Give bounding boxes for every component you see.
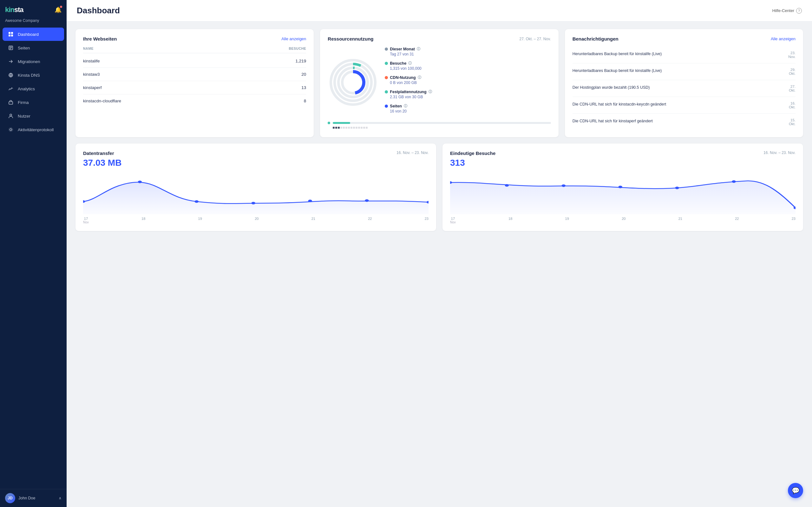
- sidebar-item-label: Kinsta DNS: [18, 73, 40, 78]
- migrationen-icon: [8, 58, 14, 65]
- resource-item-cdn: CDN-Nutzung ⓘ 0 B von 200 GB: [385, 75, 551, 85]
- datentransfer-title: Datentransfer: [83, 151, 114, 156]
- resource-label: Seiten ⓘ: [385, 104, 551, 108]
- svg-rect-0: [9, 32, 10, 34]
- notif-date: 29. Okt.: [783, 68, 796, 75]
- sidebar-item-analytics[interactable]: Analytics: [3, 82, 64, 95]
- svg-point-23: [195, 200, 199, 203]
- site-visits: 1,219: [296, 59, 306, 63]
- resource-label: CDN-Nutzung ⓘ: [385, 75, 551, 80]
- sidebar-item-label: Migrationen: [18, 59, 40, 64]
- besuche-chart-area: [450, 173, 796, 214]
- xaxis-label: 17 Nov: [450, 217, 456, 224]
- table-row: kinstaperf 13: [83, 81, 306, 95]
- tick: [356, 127, 357, 129]
- sidebar-item-migrationen[interactable]: Migrationen: [3, 55, 64, 68]
- tick: [361, 127, 362, 129]
- besuche-xaxis: 17 Nov 18 19 20 21: [450, 214, 796, 224]
- svg-point-22: [138, 181, 142, 183]
- svg-point-11: [10, 114, 12, 116]
- svg-point-32: [675, 187, 679, 189]
- resource-label: Dieser Monat ⓘ: [385, 47, 551, 51]
- resource-value: 2.31 GB von 30 GB: [390, 95, 551, 99]
- tick: [343, 127, 345, 129]
- sidebar-item-aktivitaeten[interactable]: Aktivitätenprotokoll: [3, 123, 64, 136]
- notifications-list: Herunterladbares Backup bereit für kinst…: [572, 47, 796, 130]
- sidebar-item-dashboard[interactable]: Dashboard: [3, 27, 64, 41]
- col-name-label: NAME: [83, 47, 94, 50]
- svg-point-15: [335, 64, 371, 101]
- websites-alle-anzeigen[interactable]: Alle anzeigen: [281, 37, 306, 41]
- firma-icon: [8, 99, 14, 106]
- sidebar-item-label: Seiten: [18, 46, 30, 50]
- svg-rect-3: [11, 35, 13, 37]
- svg-rect-1: [11, 32, 13, 34]
- xaxis-label: 17 Nov: [83, 217, 89, 224]
- help-center-button[interactable]: Hilfe-Center ?: [772, 8, 802, 14]
- resource-value: 16 von 20: [390, 109, 551, 113]
- sidebar-item-nutzer[interactable]: Nutzer: [3, 109, 64, 123]
- resource-item-disk: Festplattennutzung ⓘ 2.31 GB von 30 GB: [385, 89, 551, 99]
- resource-item-visits: Besuche ⓘ 1,315 von 100,000: [385, 61, 551, 71]
- notifications-alle-anzeigen[interactable]: Alle anzeigen: [771, 37, 796, 41]
- topbar: Dashboard Hilfe-Center ?: [67, 0, 812, 21]
- sidebar-header: kinsta 🔔: [0, 0, 67, 17]
- svg-point-13: [9, 128, 13, 131]
- websites-card: Ihre Webseiten Alle anzeigen NAME BESUCH…: [75, 29, 314, 137]
- notif-text: Die CDN-URL hat sich für kinstaperf geän…: [572, 118, 779, 124]
- chat-bubble[interactable]: 💬: [788, 483, 803, 498]
- tick: [340, 127, 342, 129]
- info-icon[interactable]: ⓘ: [428, 89, 432, 94]
- user-info[interactable]: JD John Doe: [5, 493, 36, 503]
- tick: [338, 127, 340, 129]
- table-row: kinstalife 1,219: [83, 55, 306, 68]
- donut-area: Dieser Monat ⓘ Tag 27 von 31 Besuche ⓘ: [328, 47, 551, 118]
- site-name: kinstalife: [83, 59, 100, 63]
- sidebar-item-seiten[interactable]: Seiten: [3, 41, 64, 55]
- sidebar-item-kinsta-dns[interactable]: Kinsta DNS: [3, 68, 64, 82]
- notifications-card-header: Benachrichtigungen Alle anzeigen: [572, 36, 796, 42]
- sidebar-item-label: Firma: [18, 100, 29, 105]
- notification-bell[interactable]: 🔔: [55, 6, 61, 13]
- xaxis-label: 19: [565, 217, 569, 224]
- sidebar-item-firma[interactable]: Firma: [3, 96, 64, 109]
- chevron-up-icon[interactable]: ∧: [59, 496, 61, 500]
- xaxis-label: 21: [311, 217, 315, 224]
- charts-row: Datentransfer 16. Nov. – 23. Nov. 37.03 …: [75, 144, 803, 231]
- xaxis-label: 22: [368, 217, 372, 224]
- table-row: kinstaw3 20: [83, 68, 306, 81]
- resource-value: 0 B von 200 GB: [390, 80, 551, 85]
- xaxis-label: 23: [425, 217, 428, 224]
- sidebar-item-label: Aktivitätenprotokoll: [18, 127, 54, 132]
- resource-date: 27. Okt. – 27. Nov.: [519, 37, 551, 41]
- progress-fill: [333, 122, 350, 124]
- resource-dot: [385, 76, 388, 79]
- info-icon[interactable]: ⓘ: [408, 61, 412, 66]
- cards-row: Ihre Webseiten Alle anzeigen NAME BESUCH…: [75, 29, 803, 137]
- tick: [353, 127, 355, 129]
- list-item: Die CDN-URL hat sich für kinstacdn-keycd…: [572, 97, 796, 114]
- resource-item-month: Dieser Monat ⓘ Tag 27 von 31: [385, 47, 551, 56]
- svg-point-25: [308, 200, 312, 202]
- notif-date: 23. Nov.: [783, 51, 796, 59]
- xaxis-label: 20: [622, 217, 625, 224]
- resource-value: 1,315 von 100,000: [390, 66, 551, 71]
- info-icon[interactable]: ⓘ: [418, 75, 421, 80]
- notifications-card-title: Benachrichtigungen: [572, 36, 618, 42]
- info-icon[interactable]: ⓘ: [417, 47, 420, 51]
- company-name: Awesome Company: [0, 17, 67, 27]
- xaxis-label: 22: [735, 217, 739, 224]
- tick: [348, 127, 350, 129]
- svg-point-24: [251, 202, 255, 205]
- svg-point-33: [732, 180, 735, 183]
- analytics-icon: [8, 86, 14, 92]
- resource-details: Dieser Monat ⓘ Tag 27 von 31 Besuche ⓘ: [385, 47, 551, 118]
- progress-track: [333, 122, 551, 124]
- svg-rect-2: [9, 35, 10, 37]
- info-icon[interactable]: ⓘ: [404, 104, 407, 108]
- resource-card-title: Ressourcennutzung: [328, 36, 373, 42]
- progress-section: [328, 122, 551, 129]
- notif-date: 16. Okt.: [783, 101, 796, 109]
- bell-dot: [60, 5, 62, 8]
- xaxis-label: 21: [678, 217, 682, 224]
